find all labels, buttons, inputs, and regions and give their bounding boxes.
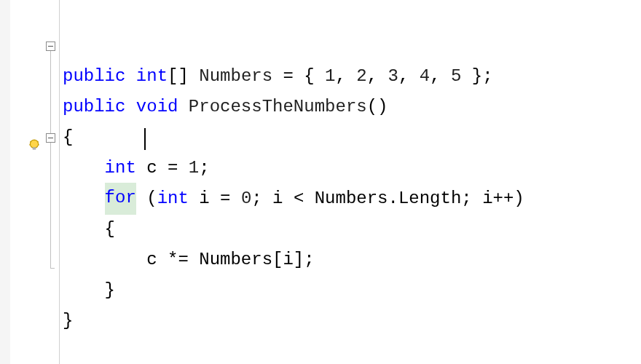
token: ; bbox=[199, 153, 209, 183]
token bbox=[178, 92, 188, 122]
code-line[interactable]: int c = 1; bbox=[63, 153, 641, 183]
indent bbox=[63, 153, 105, 183]
indent bbox=[63, 275, 105, 306]
token: { bbox=[105, 214, 115, 245]
code-line[interactable]: { bbox=[63, 122, 641, 153]
token bbox=[125, 92, 135, 122]
token-method: ProcessTheNumbers bbox=[189, 92, 367, 122]
indent bbox=[63, 183, 105, 214]
token: i = bbox=[189, 183, 241, 214]
token-kw: for bbox=[105, 183, 136, 215]
svg-point-0 bbox=[30, 140, 38, 148]
code-line[interactable]: public int[] Numbers = { 1, 2, 3, 4, 5 }… bbox=[63, 61, 641, 92]
code-editor[interactable]: public int[] Numbers = { 1, 2, 3, 4, 5 }… bbox=[0, 0, 641, 364]
token: { bbox=[63, 122, 73, 153]
token-num: 0 bbox=[241, 183, 251, 214]
token-num: 2 bbox=[356, 61, 366, 92]
gutter bbox=[10, 0, 60, 364]
token: , bbox=[336, 61, 357, 92]
token-kw: int bbox=[157, 183, 189, 214]
fold-toggle-icon[interactable] bbox=[46, 41, 55, 51]
token: c = bbox=[136, 153, 189, 183]
code-line[interactable]: public void ProcessTheNumbers() bbox=[63, 92, 641, 122]
code-line[interactable]: c *= Numbers[i]; bbox=[63, 245, 641, 275]
token: } bbox=[63, 306, 73, 336]
token: ; i < Numbers.Length; i++) bbox=[251, 183, 524, 214]
code-line[interactable]: for (int i = 0; i < Numbers.Length; i++) bbox=[63, 183, 641, 214]
token-num: 1 bbox=[189, 153, 199, 183]
indent bbox=[63, 245, 146, 275]
token-kw: public bbox=[63, 61, 125, 92]
token bbox=[125, 61, 135, 92]
token-kw: int bbox=[105, 153, 136, 183]
svg-rect-1 bbox=[33, 147, 36, 149]
token-num: 1 bbox=[325, 61, 335, 92]
code-area[interactable]: public int[] Numbers = { 1, 2, 3, 4, 5 }… bbox=[60, 0, 641, 364]
token-kw: void bbox=[136, 92, 178, 122]
token: ( bbox=[136, 183, 157, 214]
code-line[interactable]: { bbox=[63, 214, 641, 245]
indent bbox=[63, 214, 105, 245]
fold-guide-line bbox=[50, 51, 51, 268]
token-num: 5 bbox=[451, 61, 461, 92]
token: [] bbox=[168, 61, 199, 92]
fold-guide-end bbox=[50, 268, 55, 269]
token: = { bbox=[272, 61, 325, 92]
indicator-margin bbox=[0, 0, 10, 364]
token: c *= Numbers[i]; bbox=[146, 245, 314, 275]
token-num: 4 bbox=[420, 61, 430, 92]
fold-toggle-icon[interactable] bbox=[46, 133, 55, 143]
token: }; bbox=[461, 61, 492, 92]
text-caret bbox=[144, 128, 146, 150]
token: () bbox=[367, 92, 388, 122]
token-num: 3 bbox=[388, 61, 398, 92]
token-kw: public bbox=[63, 92, 125, 122]
code-line[interactable]: } bbox=[63, 275, 641, 306]
token-kw: int bbox=[136, 61, 168, 92]
token: , bbox=[430, 61, 451, 92]
token: , bbox=[398, 61, 420, 92]
code-line[interactable]: } bbox=[63, 306, 641, 336]
lightbulb-icon[interactable] bbox=[28, 132, 41, 146]
token-ident: Numbers bbox=[199, 61, 272, 92]
token: , bbox=[367, 61, 388, 92]
token: } bbox=[105, 275, 115, 306]
